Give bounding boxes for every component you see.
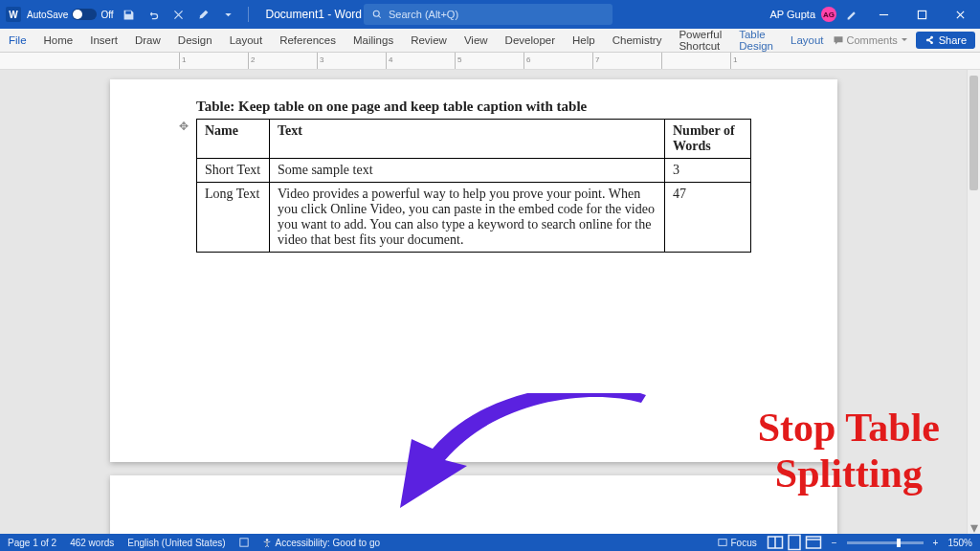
ruler-tick: 4	[386, 53, 455, 69]
web-layout-icon[interactable]	[805, 536, 822, 549]
svg-point-0	[373, 11, 379, 16]
pen-icon[interactable]	[842, 5, 861, 24]
annotation-text: Stop Table Splitting	[758, 405, 940, 497]
tab-references[interactable]: References	[271, 29, 345, 52]
tab-mailings[interactable]: Mailings	[345, 29, 402, 52]
chevron-down-icon	[901, 36, 908, 44]
focus-icon	[718, 538, 727, 547]
svg-point-3	[265, 539, 268, 541]
share-button[interactable]: Share	[916, 32, 975, 49]
header-name[interactable]: Name	[197, 120, 270, 159]
header-number[interactable]: Number of Words	[665, 120, 751, 159]
document-title: Document1 - Word	[266, 8, 362, 21]
undo-icon[interactable]	[145, 5, 164, 24]
tab-design[interactable]: Design	[169, 29, 221, 52]
cell-text[interactable]: Some sample text	[270, 159, 665, 183]
horizontal-ruler[interactable]: 1 2 3 4 5 6 7 1	[0, 53, 980, 70]
comments-label: Comments	[847, 34, 898, 46]
tab-draw[interactable]: Draw	[126, 29, 169, 52]
search-input[interactable]: Search (Alt+Q)	[364, 4, 612, 25]
autosave-label: AutoSave	[27, 10, 68, 20]
maximize-button[interactable]	[905, 0, 938, 29]
comments-button[interactable]: Comments	[833, 34, 908, 46]
cell-name[interactable]: Long Text	[197, 183, 270, 253]
tab-help[interactable]: Help	[564, 29, 604, 52]
svg-rect-6	[806, 537, 820, 548]
cell-name[interactable]: Short Text	[197, 159, 270, 183]
minimize-button[interactable]	[867, 0, 900, 29]
zoom-level[interactable]: 150%	[947, 538, 972, 548]
cell-text[interactable]: Video provides a powerful way to help yo…	[270, 183, 665, 253]
user-name[interactable]: AP Gupta	[770, 9, 816, 20]
tab-review[interactable]: Review	[402, 29, 456, 52]
status-wordcount[interactable]: 462 words	[70, 538, 114, 548]
tab-table-layout[interactable]: Layout	[782, 29, 833, 52]
ruler-tick: 5	[455, 53, 523, 69]
ruler-tick: 7	[592, 53, 661, 69]
tab-layout[interactable]: Layout	[221, 29, 272, 52]
status-bar: Page 1 of 2 462 words English (United St…	[0, 534, 980, 551]
close-file-icon[interactable]	[169, 5, 189, 24]
scroll-down-icon[interactable]: ▾	[968, 520, 980, 534]
tab-developer[interactable]: Developer	[497, 29, 564, 52]
print-layout-icon[interactable]	[786, 536, 803, 549]
avatar[interactable]: AG	[821, 7, 836, 22]
annotation-line2: Splitting	[758, 451, 940, 496]
autosave-state: Off	[100, 10, 113, 20]
status-accessibility[interactable]: Accessibility: Good to go	[262, 538, 381, 548]
status-language[interactable]: English (United States)	[127, 538, 225, 548]
save-icon[interactable]	[120, 5, 139, 24]
zoom-out-button[interactable]: −	[832, 538, 837, 548]
view-mode-buttons	[767, 536, 822, 549]
ruler-tick: 6	[523, 53, 592, 69]
tab-insert[interactable]: Insert	[81, 29, 126, 52]
document-canvas[interactable]: ✥ Table: Keep table on one page and keep…	[0, 70, 967, 534]
separator	[248, 7, 249, 22]
svg-rect-2	[239, 539, 247, 546]
cell-num[interactable]: 3	[665, 159, 751, 183]
tab-view[interactable]: View	[456, 29, 497, 52]
vertical-scrollbar[interactable]: ▾	[967, 70, 980, 534]
focus-mode-button[interactable]: Focus	[718, 538, 757, 548]
svg-rect-5	[789, 536, 800, 550]
share-label: Share	[939, 34, 967, 46]
word-app-icon: W	[6, 7, 21, 22]
highlighter-icon[interactable]	[194, 5, 213, 24]
tab-file[interactable]: File	[0, 29, 35, 52]
document-table[interactable]: Name Text Number of Words Short Text Som…	[196, 119, 751, 253]
cell-num[interactable]: 47	[665, 183, 751, 253]
zoom-slider[interactable]	[847, 541, 924, 544]
tab-powerful-shortcut[interactable]: Powerful Shortcut	[670, 29, 730, 52]
close-button[interactable]	[944, 0, 976, 29]
svg-rect-1	[918, 11, 925, 18]
annotation-arrow-icon	[392, 393, 651, 518]
ruler-tick: 1	[179, 53, 248, 69]
table-header-row[interactable]: Name Text Number of Words	[197, 120, 751, 159]
search-icon	[371, 9, 383, 20]
header-text[interactable]: Text	[270, 120, 665, 159]
zoom-in-button[interactable]: +	[933, 538, 939, 548]
tab-table-design[interactable]: Table Design	[730, 29, 782, 52]
ruler-tick: 1	[730, 53, 799, 69]
status-macro-icon[interactable]	[239, 538, 249, 547]
autosave-toggle[interactable]: AutoSave Off	[27, 9, 114, 20]
tab-chemistry[interactable]: Chemistry	[604, 29, 671, 52]
ruler-tick: 3	[317, 53, 386, 69]
status-page[interactable]: Page 1 of 2	[8, 538, 56, 548]
table-row[interactable]: Long Text Video provides a powerful way …	[197, 183, 751, 253]
scrollbar-thumb[interactable]	[969, 76, 978, 190]
search-placeholder: Search (Alt+Q)	[389, 9, 458, 20]
read-mode-icon[interactable]	[767, 536, 784, 549]
table-caption[interactable]: Table: Keep table on one page and keep t…	[196, 99, 751, 115]
qat-customize-icon[interactable]	[219, 5, 238, 24]
table-move-handle-icon[interactable]: ✥	[179, 120, 189, 133]
ruler-tick: 2	[248, 53, 317, 69]
accessibility-icon	[262, 538, 272, 547]
ribbon-tabs: File Home Insert Draw Design Layout Refe…	[0, 29, 980, 53]
window-titlebar: W AutoSave Off Document1 - Word Search (…	[0, 0, 980, 29]
autosave-switch-icon[interactable]	[72, 9, 97, 20]
table-row[interactable]: Short Text Some sample text 3	[197, 159, 751, 183]
annotation-line1: Stop Table	[758, 405, 940, 451]
svg-rect-4	[718, 540, 725, 546]
tab-home[interactable]: Home	[35, 29, 82, 52]
